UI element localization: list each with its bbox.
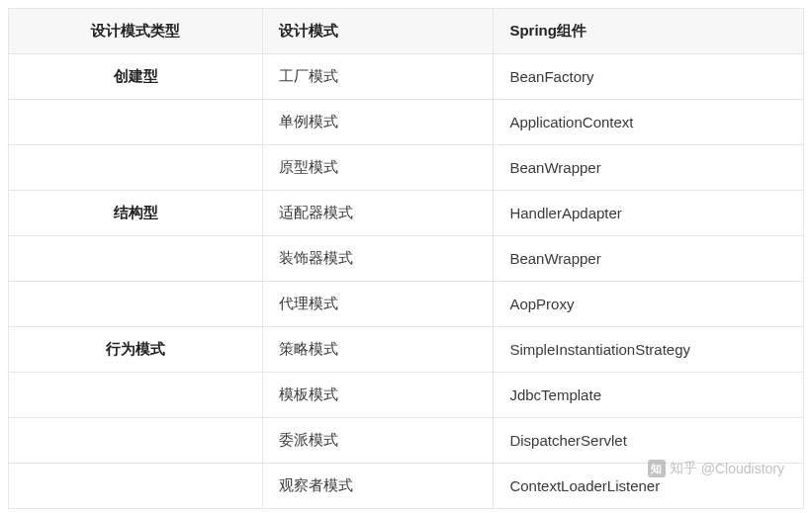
cell-pattern: 装饰器模式 — [263, 236, 494, 282]
cell-component: BeanFactory — [494, 54, 804, 100]
cell-pattern: 工厂模式 — [263, 54, 494, 100]
cell-component: ApplicationContext — [494, 100, 804, 145]
cell-type: 创建型 — [9, 54, 263, 100]
cell-type — [9, 373, 263, 418]
cell-pattern: 策略模式 — [263, 327, 494, 373]
cell-type — [9, 282, 263, 327]
design-pattern-table: 设计模式类型 设计模式 Spring组件 创建型工厂模式BeanFactory单… — [8, 8, 804, 509]
table-row: 创建型工厂模式BeanFactory — [9, 54, 804, 100]
table-row: 代理模式AopProxy — [9, 282, 804, 327]
cell-type — [9, 464, 263, 509]
table-row: 委派模式DispatcherServlet — [9, 418, 804, 464]
cell-type — [9, 236, 263, 282]
cell-type: 行为模式 — [9, 327, 263, 373]
cell-component: SimpleInstantiationStrategy — [494, 327, 804, 373]
cell-component: BeanWrapper — [494, 236, 804, 282]
table-row: 模板模式JdbcTemplate — [9, 373, 804, 418]
cell-component: DispatcherServlet — [494, 418, 804, 464]
cell-pattern: 观察者模式 — [263, 464, 494, 509]
cell-type — [9, 100, 263, 145]
cell-pattern: 代理模式 — [263, 282, 494, 327]
table-row: 装饰器模式BeanWrapper — [9, 236, 804, 282]
cell-component: JdbcTemplate — [494, 373, 804, 418]
table-header-row: 设计模式类型 设计模式 Spring组件 — [9, 9, 804, 54]
cell-type — [9, 418, 263, 464]
cell-component: BeanWrapper — [494, 145, 804, 191]
header-type: 设计模式类型 — [9, 9, 263, 54]
table-row: 观察者模式ContextLoaderListener — [9, 464, 804, 509]
cell-pattern: 单例模式 — [263, 100, 494, 145]
cell-pattern: 适配器模式 — [263, 191, 494, 236]
cell-type: 结构型 — [9, 191, 263, 236]
table-row: 结构型适配器模式HandlerApdapter — [9, 191, 804, 236]
header-component: Spring组件 — [494, 9, 804, 54]
cell-component: HandlerApdapter — [494, 191, 804, 236]
table-row: 行为模式策略模式SimpleInstantiationStrategy — [9, 327, 804, 373]
cell-pattern: 委派模式 — [263, 418, 494, 464]
table-row: 原型模式BeanWrapper — [9, 145, 804, 191]
cell-type — [9, 145, 263, 191]
table-row: 单例模式ApplicationContext — [9, 100, 804, 145]
header-pattern: 设计模式 — [263, 9, 494, 54]
cell-component: AopProxy — [494, 282, 804, 327]
cell-pattern: 原型模式 — [263, 145, 494, 191]
cell-pattern: 模板模式 — [263, 373, 494, 418]
cell-component: ContextLoaderListener — [494, 464, 804, 509]
